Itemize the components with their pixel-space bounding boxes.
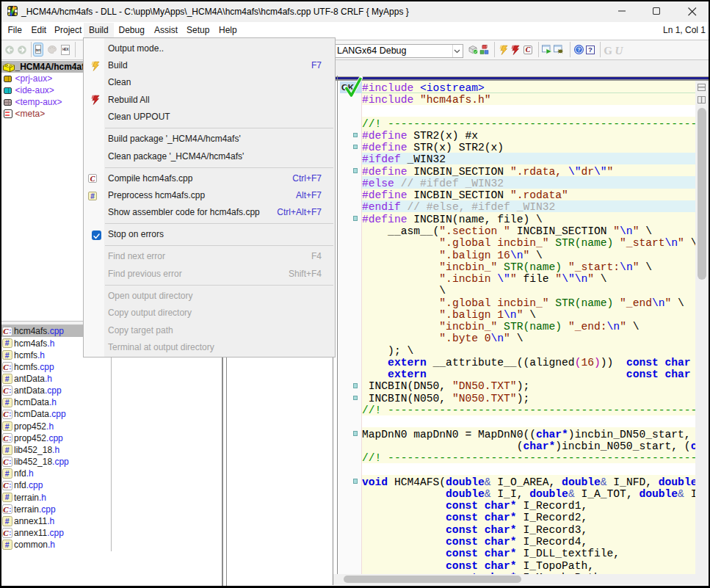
svg-text:?: ?	[577, 46, 581, 53]
